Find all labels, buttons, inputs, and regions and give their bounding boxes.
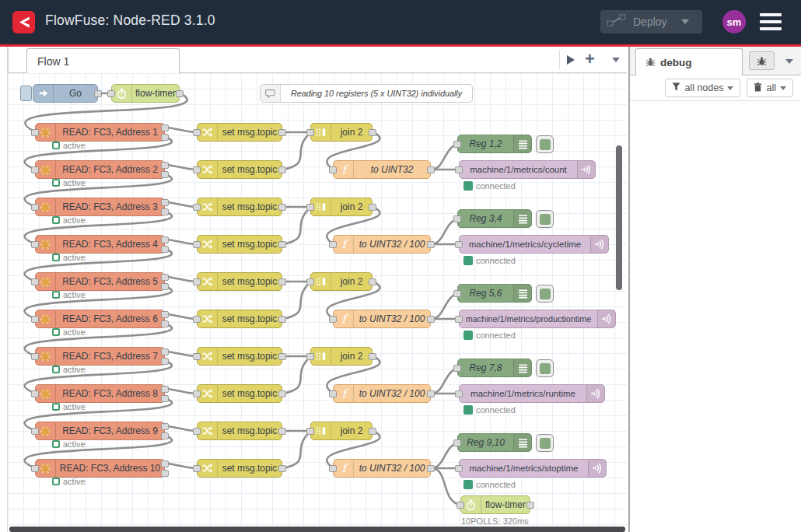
output-port[interactable]	[427, 241, 435, 248]
wire[interactable]	[432, 468, 461, 505]
node-read-9[interactable]: READ: FC3, Address 9	[35, 422, 165, 440]
deploy-button[interactable]: Deploy	[600, 10, 702, 33]
inject-button[interactable]	[20, 86, 32, 101]
output-port[interactable]	[94, 90, 102, 97]
input-port[interactable]	[31, 390, 39, 397]
node-join-1[interactable]: join 2	[310, 123, 373, 142]
canvas-vertical-scrollbar[interactable]	[616, 145, 622, 290]
output-port[interactable]	[369, 278, 376, 285]
node-set-1[interactable]: set msg.topic	[197, 123, 282, 142]
node-join-3[interactable]: join 2	[310, 272, 373, 291]
input-port[interactable]	[306, 278, 314, 285]
node-set-2[interactable]: set msg.topic	[197, 160, 282, 179]
tabbar-dropdown-icon[interactable]	[612, 58, 620, 62]
input-port[interactable]	[329, 166, 337, 173]
deploy-caret-icon[interactable]	[681, 19, 689, 24]
input-port[interactable]	[31, 465, 39, 472]
input-port[interactable]	[193, 278, 201, 285]
input-port[interactable]	[31, 353, 39, 360]
input-port[interactable]	[306, 129, 314, 136]
output-port[interactable]	[161, 283, 169, 290]
output-port[interactable]	[161, 311, 169, 318]
output-port[interactable]	[161, 432, 169, 439]
sidebar-dropdown-icon[interactable]	[785, 59, 793, 64]
input-port[interactable]	[306, 204, 314, 211]
output-port[interactable]	[161, 320, 169, 327]
output-port[interactable]	[278, 278, 286, 285]
output-port[interactable]	[427, 390, 435, 397]
output-port[interactable]	[161, 208, 169, 215]
node-mqtt-4[interactable]: machine/1/metrics/runtime	[459, 384, 605, 403]
wire[interactable]	[283, 207, 311, 244]
input-port[interactable]	[453, 215, 461, 222]
node-inject-go[interactable]: Go	[33, 84, 98, 103]
input-port[interactable]	[31, 166, 39, 173]
input-port[interactable]	[193, 428, 201, 435]
output-port[interactable]	[161, 274, 169, 281]
open-tab-list-icon[interactable]	[567, 55, 575, 65]
input-port[interactable]	[193, 316, 201, 323]
output-port[interactable]	[427, 316, 435, 323]
tab-debug[interactable]: debug	[635, 48, 743, 76]
node-func-5[interactable]: fto UINT32 / 100	[333, 459, 431, 478]
node-func-4[interactable]: fto UINT32 / 100	[333, 384, 431, 403]
node-comment-1[interactable]: Reading 10 registers (5 x UINT32) indivi…	[260, 84, 473, 103]
node-read-10[interactable]: READ: FC3, Address 10	[35, 459, 165, 478]
output-port[interactable]	[526, 502, 534, 509]
node-mqtt-2[interactable]: machine/1/metrics/cycletime	[459, 235, 609, 254]
node-join-4[interactable]: join 2	[310, 347, 373, 366]
node-reg-1[interactable]: Reg 1,2	[457, 135, 532, 153]
output-port[interactable]	[278, 390, 286, 397]
node-mqtt-5[interactable]: machine/1/metrics/stoptime	[459, 459, 607, 478]
input-port[interactable]	[193, 241, 201, 248]
input-port[interactable]	[453, 365, 461, 372]
input-port[interactable]	[329, 241, 337, 248]
node-func-2[interactable]: fto UINT32 / 100	[333, 235, 431, 254]
node-set-6[interactable]: set msg.topic	[197, 310, 282, 328]
node-func-3[interactable]: fto UINT32 / 100	[333, 310, 431, 328]
node-read-5[interactable]: READ: FC3, Address 5	[35, 272, 165, 291]
user-avatar[interactable]: sm	[722, 10, 746, 33]
debug-toggle-button[interactable]	[536, 135, 554, 153]
input-port[interactable]	[193, 166, 201, 173]
node-mqtt-1[interactable]: machine/1/metrics/count	[459, 160, 596, 179]
input-port[interactable]	[329, 465, 337, 472]
input-port[interactable]	[193, 465, 201, 472]
input-port[interactable]	[31, 129, 39, 136]
node-reg-2[interactable]: Reg 3,4	[457, 209, 532, 228]
input-port[interactable]	[306, 428, 314, 435]
debug-toggle-button[interactable]	[536, 359, 554, 377]
output-port[interactable]	[161, 134, 169, 141]
output-port[interactable]	[161, 470, 169, 477]
wire[interactable]	[283, 431, 311, 468]
input-port[interactable]	[306, 353, 314, 360]
node-set-9[interactable]: set msg.topic	[197, 422, 282, 440]
input-port[interactable]	[193, 390, 201, 397]
node-reg-4[interactable]: Reg 7,8	[457, 359, 532, 377]
canvas-horizontal-scrollbar[interactable]	[9, 527, 625, 532]
debug-toggle-button[interactable]	[536, 434, 554, 452]
output-port[interactable]	[161, 171, 169, 178]
output-port[interactable]	[161, 236, 169, 243]
debug-filter-button[interactable]: all nodes	[665, 79, 740, 97]
node-set-10[interactable]: set msg.topic	[197, 459, 282, 478]
node-read-4[interactable]: READ: FC3, Address 4	[35, 235, 165, 254]
node-set-4[interactable]: set msg.topic	[197, 235, 282, 254]
input-port[interactable]	[453, 290, 461, 297]
add-flow-button[interactable]: +	[585, 49, 595, 69]
output-port[interactable]	[369, 428, 376, 435]
node-reg-5[interactable]: Reg 9,10	[457, 433, 532, 452]
input-port[interactable]	[455, 390, 463, 397]
node-set-5[interactable]: set msg.topic	[197, 272, 282, 291]
input-port[interactable]	[453, 141, 461, 148]
input-port[interactable]	[193, 353, 201, 360]
node-flowtimer-bottom[interactable]: flow-timer	[460, 495, 530, 514]
output-port[interactable]	[161, 358, 169, 365]
node-read-1[interactable]: READ: FC3, Address 1	[35, 123, 165, 142]
node-set-8[interactable]: set msg.topic	[197, 384, 282, 403]
output-port[interactable]	[161, 162, 169, 169]
node-reg-3[interactable]: Reg 5,6	[457, 284, 532, 303]
input-port[interactable]	[455, 166, 463, 173]
output-port[interactable]	[427, 465, 435, 472]
output-port[interactable]	[161, 246, 169, 253]
